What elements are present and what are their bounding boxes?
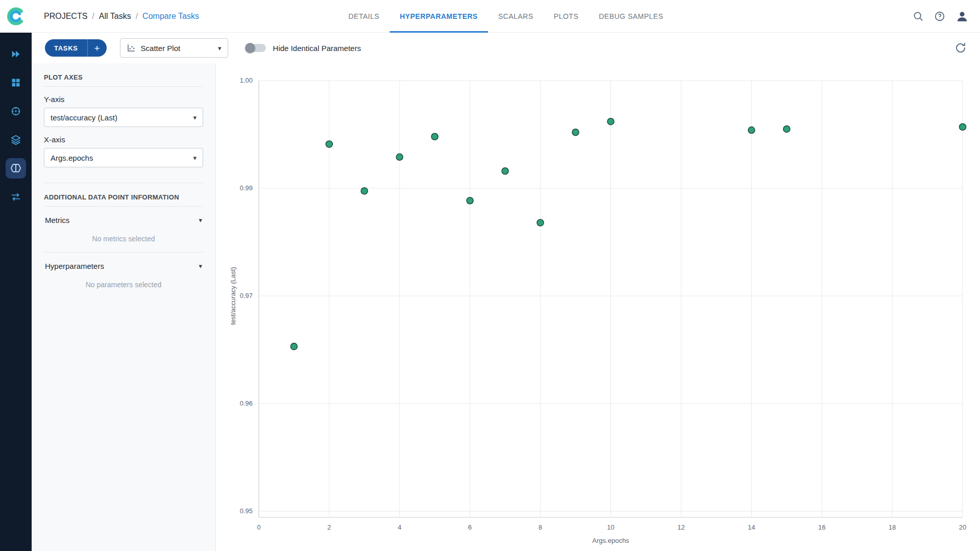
svg-text:6: 6	[468, 523, 472, 531]
clearml-logo[interactable]	[0, 0, 32, 33]
sidebar-item-hyperdatasets[interactable]	[6, 130, 26, 150]
svg-text:0.96: 0.96	[240, 399, 253, 407]
svg-text:12: 12	[677, 523, 684, 531]
tab-plots[interactable]: PLOTS	[544, 0, 589, 33]
tab-hyperparameters[interactable]: HYPERPARAMETERS	[389, 0, 488, 33]
chevron-down-icon: ▾	[199, 216, 202, 224]
sidebar-nav	[0, 33, 32, 207]
scatter-plot[interactable]: 024681012141618201.000.990.970.960.95Arg…	[216, 63, 980, 551]
scatter-point[interactable]	[572, 129, 579, 136]
refresh-icon	[954, 42, 967, 54]
metrics-label: Metrics	[45, 216, 69, 224]
breadcrumb: PROJECTS / All Tasks / Compare Tasks	[44, 0, 199, 33]
breadcrumb-projects[interactable]: PROJECTS	[44, 12, 87, 21]
app-root: PROJECTS / All Tasks / Compare Tasks DET…	[0, 0, 980, 551]
scatter-point[interactable]	[537, 219, 544, 226]
chevron-down-icon: ▾	[199, 262, 202, 270]
user-avatar[interactable]	[955, 10, 969, 23]
plot-type-select[interactable]: Scatter Plot ▾	[120, 38, 228, 58]
search-icon	[913, 11, 924, 22]
x-axis-label: X-axis	[44, 135, 203, 144]
brain-icon	[10, 162, 22, 174]
tasks-button-group: TASKS +	[45, 39, 107, 57]
y-axis-value: test/accuracy (Last)	[51, 113, 188, 122]
plot-settings-panel: PLOT AXES Y-axis test/accuracy (Last) ▾ …	[32, 63, 216, 551]
sidebar-item-experiments[interactable]	[6, 158, 26, 179]
scatter-point[interactable]	[960, 123, 966, 130]
scatter-point[interactable]	[783, 126, 790, 132]
scatter-point[interactable]	[467, 197, 473, 204]
clearml-logo-icon	[5, 6, 27, 27]
workers-shuffle-icon	[10, 191, 21, 203]
scatter-plot-area[interactable]: 024681012141618201.000.990.970.960.95Arg…	[216, 63, 980, 551]
svg-text:0.99: 0.99	[240, 184, 253, 192]
layers-icon	[10, 134, 21, 145]
tab-details[interactable]: DETAILS	[338, 0, 389, 33]
scatter-point[interactable]	[748, 127, 755, 134]
add-task-button[interactable]: +	[87, 39, 107, 57]
toggle-knob	[245, 43, 255, 53]
page-tabs: DETAILS HYPERPARAMETERS SCALARS PLOTS DE…	[338, 0, 673, 33]
chevron-down-icon: ▾	[218, 44, 222, 52]
chevron-down-icon: ▾	[193, 114, 197, 121]
svg-text:8: 8	[538, 523, 542, 531]
scatter-point[interactable]	[326, 141, 332, 147]
x-axis-value: Args.epochs	[51, 154, 188, 162]
scatter-point[interactable]	[290, 343, 297, 350]
tasks-button[interactable]: TASKS	[45, 39, 87, 57]
scatter-point[interactable]	[431, 133, 438, 140]
hide-identical-control: Hide Identical Parameters	[246, 44, 361, 53]
scatter-point[interactable]	[361, 188, 368, 194]
no-parameters-text: No parameters selected	[44, 273, 203, 298]
svg-text:14: 14	[748, 523, 755, 531]
hide-identical-label: Hide Identical Parameters	[273, 44, 361, 53]
y-axis-title: test/accuracy (Last)	[229, 267, 237, 324]
breadcrumb-separator: /	[136, 12, 138, 21]
hyperparameters-label: Hyperparameters	[45, 262, 104, 270]
svg-text:0.97: 0.97	[240, 292, 253, 299]
svg-text:1.00: 1.00	[240, 77, 253, 84]
projects-icon	[10, 48, 21, 60]
avatar-icon	[955, 10, 969, 23]
top-header: PROJECTS / All Tasks / Compare Tasks DET…	[32, 0, 980, 33]
svg-text:10: 10	[607, 523, 614, 531]
sidebar-item-datasets[interactable]	[6, 72, 26, 93]
y-axis-label: Y-axis	[44, 95, 203, 104]
chevron-down-icon: ▾	[193, 154, 197, 162]
tab-debug-samples[interactable]: DEBUG SAMPLES	[589, 0, 673, 33]
x-axis-title: Args.epochs	[592, 537, 629, 544]
header-actions	[913, 0, 969, 33]
divider	[44, 86, 203, 87]
svg-text:2: 2	[327, 523, 331, 531]
breadcrumb-compare-tasks[interactable]: Compare Tasks	[142, 12, 199, 21]
sidebar-item-workers[interactable]	[6, 187, 26, 207]
breadcrumb-all-tasks[interactable]: All Tasks	[99, 12, 131, 21]
search-button[interactable]	[913, 11, 924, 22]
sidebar-item-pipelines[interactable]	[6, 101, 26, 121]
plot-axes-title: PLOT AXES	[44, 63, 203, 86]
y-axis-select[interactable]: test/accuracy (Last) ▾	[44, 108, 203, 127]
svg-text:16: 16	[818, 523, 825, 531]
breadcrumb-separator: /	[92, 12, 94, 21]
scatter-point[interactable]	[502, 168, 508, 174]
scatter-point[interactable]	[396, 154, 403, 160]
app-sidebar	[0, 0, 32, 551]
x-axis-select[interactable]: Args.epochs ▾	[44, 148, 203, 167]
sidebar-item-projects[interactable]	[6, 44, 26, 64]
no-metrics-text: No metrics selected	[44, 228, 203, 252]
help-icon	[934, 11, 945, 22]
additional-info-title: ADDITIONAL DATA POINT INFORMATION	[44, 183, 203, 206]
tab-scalars[interactable]: SCALARS	[488, 0, 544, 33]
plot-type-value: Scatter Plot	[141, 44, 213, 53]
hide-identical-toggle[interactable]	[246, 44, 266, 52]
svg-text:0: 0	[257, 523, 260, 531]
metrics-expander[interactable]: Metrics ▾	[44, 207, 203, 228]
svg-text:4: 4	[398, 523, 401, 531]
svg-text:20: 20	[959, 523, 966, 531]
hyperparameters-expander[interactable]: Hyperparameters ▾	[44, 253, 203, 273]
pipelines-icon	[10, 106, 21, 117]
scatter-point[interactable]	[607, 118, 614, 125]
auto-refresh-button[interactable]	[954, 42, 967, 54]
help-button[interactable]	[934, 11, 945, 22]
compare-toolbar: TASKS + Scatter Plot ▾ Hide Identical Pa…	[32, 33, 980, 63]
